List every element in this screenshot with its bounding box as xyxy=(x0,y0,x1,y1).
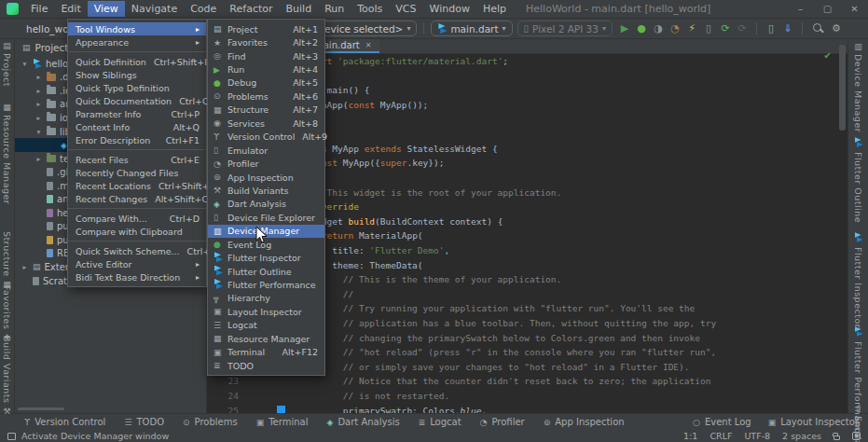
tool-windows-item-app-inspection[interactable]: ⊚App Inspection xyxy=(208,171,324,184)
tool-stripe-project[interactable]: ▤Project xyxy=(0,41,14,87)
toolwindow-button-event-log[interactable]: ○Event Log xyxy=(693,417,751,427)
hot-restart-button[interactable]: ⟳ xyxy=(735,20,750,38)
toolwindow-button-layout-inspector[interactable]: ▣Layout Inspector xyxy=(768,417,859,427)
tool-stripe-resource-manager[interactable]: ▦Resource Manager xyxy=(0,103,14,204)
view-menu-item-quick-documentation[interactable]: Quick DocumentationCtrl+Q xyxy=(68,94,206,107)
settings-button[interactable]: ⚙ xyxy=(829,20,844,38)
tool-windows-item-logcat[interactable]: ☰Logcat xyxy=(208,319,324,332)
tool-windows-item-build-variants[interactable]: ⚒Build Variants xyxy=(208,184,324,197)
view-menu-item-quick-switch-scheme[interactable]: Quick Switch Scheme...Ctrl+` xyxy=(68,244,206,257)
tool-windows-item-resource-manager[interactable]: ▦Resource Manager xyxy=(208,332,324,345)
run-button[interactable]: ▶ xyxy=(617,20,632,38)
tool-windows-item-hierarchy[interactable]: ╦Hierarchy xyxy=(208,292,324,305)
close-button[interactable]: ✕ xyxy=(841,0,868,18)
code-line[interactable]: 24 // is not restarted. xyxy=(207,389,847,404)
tool-stripe-favorites[interactable]: Favorites★ xyxy=(0,285,14,341)
tool-windows-item-layout-inspector[interactable]: ▣Layout Inspector xyxy=(208,305,324,318)
menubar-run[interactable]: Run xyxy=(318,1,351,17)
tool-windows-item-flutter-outline[interactable]: Flutter Outline xyxy=(208,265,324,278)
view-menu-item-tool-windows[interactable]: Tool Windows▸ xyxy=(68,22,206,35)
toolwindow-button-version-control[interactable]: ϒVersion Control xyxy=(24,417,105,427)
minimize-button[interactable]: – xyxy=(787,0,814,18)
horizontal-scrollbar[interactable] xyxy=(18,407,64,410)
tool-windows-item-terminal[interactable]: ▣TerminalAlt+F12 xyxy=(208,346,324,359)
menubar-code[interactable]: Code xyxy=(184,1,223,17)
view-menu-item-quick-type-definition[interactable]: Quick Type Definition xyxy=(68,81,206,94)
maximize-button[interactable]: ▢ xyxy=(814,0,841,18)
menubar-edit[interactable]: Edit xyxy=(54,1,87,17)
lock-icon[interactable] xyxy=(834,435,840,440)
menubar-window[interactable]: Window xyxy=(423,1,476,17)
tool-windows-item-favorites[interactable]: ★FavoritesAlt+2 xyxy=(208,35,324,48)
tool-windows-item-device-file-explorer[interactable]: ▯Device File Explorer xyxy=(208,211,324,224)
toolwindow-button-problems[interactable]: ⊙Problems xyxy=(183,417,238,427)
tool-stripe-build-variants[interactable]: Build Variants⚒ xyxy=(0,336,14,416)
profile-button[interactable]: ◑ xyxy=(651,20,666,38)
view-menu-item-context-info[interactable]: Context InfoAlt+Q xyxy=(68,120,206,133)
menubar-tools[interactable]: Tools xyxy=(351,1,389,17)
view-menu-item-parameter-info[interactable]: Parameter InfoCtrl+P xyxy=(68,107,206,120)
hot-reload-button[interactable]: ⟳ xyxy=(718,20,733,38)
tool-windows-item-version-control[interactable]: ϒVersion ControlAlt+9 xyxy=(208,131,324,144)
tool-windows-item-profiler[interactable]: ◔Profiler xyxy=(208,157,324,170)
tool-stripe-flutter-inspector[interactable]: Flutter Inspector xyxy=(848,232,868,328)
tool-windows-item-run[interactable]: ▶RunAlt+4 xyxy=(208,62,324,76)
view-menu-item-recent-files[interactable]: Recent FilesCtrl+E xyxy=(68,153,206,166)
code-line[interactable]: 25 primarySwatch: Colors.blue, xyxy=(207,403,847,413)
view-menu-item-recent-changes[interactable]: Recent ChangesAlt+Shift+C xyxy=(68,192,206,205)
tool-windows-item-structure[interactable]: ▦StructureAlt+7 xyxy=(208,104,324,117)
toolwindow-button-logcat[interactable]: ≣Logcat xyxy=(419,417,462,427)
attach-debugger-button[interactable]: ▯ xyxy=(701,20,716,38)
view-menu-item-recently-changed-files[interactable]: Recently Changed Files xyxy=(68,166,206,179)
view-menu-item-quick-definition[interactable]: Quick DefinitionCtrl+Shift+I xyxy=(68,55,206,68)
view-menu-item-error-description[interactable]: Error DescriptionCtrl+F1 xyxy=(68,133,206,146)
menubar-navigate[interactable]: Navigate xyxy=(125,1,184,17)
target-device-dropdown[interactable]: ▯ Pixel 2 API 33 ▾ xyxy=(517,21,613,36)
sdk-manager-button[interactable]: ⇓ xyxy=(780,20,795,38)
tool-windows-item-problems[interactable]: ⊙ProblemsAlt+6 xyxy=(208,90,324,103)
debug-button[interactable]: ● xyxy=(634,20,649,38)
tool-windows-item-dart-analysis[interactable]: ◈Dart Analysis xyxy=(208,198,324,211)
notifications-icon[interactable] xyxy=(852,432,861,440)
tool-windows-item-emulator[interactable]: ▯Emulator xyxy=(208,144,324,157)
tool-windows-item-find[interactable]: ◎FindAlt+3 xyxy=(208,49,324,62)
line-ending[interactable]: CRLF xyxy=(710,431,732,441)
view-menu-item-compare-with[interactable]: Compare With...Ctrl+D xyxy=(68,212,206,225)
search-everywhere-button[interactable] xyxy=(809,20,824,38)
view-menu-item-bidi-text-base-direction[interactable]: Bidi Text Base Direction▸ xyxy=(68,270,206,283)
toolwindow-button-app-inspection[interactable]: ⊚App Inspection xyxy=(544,417,625,427)
tool-windows-item-project[interactable]: ▤ProjectAlt+1 xyxy=(208,22,324,35)
view-menu-item-appearance[interactable]: Appearance▸ xyxy=(68,35,206,48)
view-menu-item-recent-locations[interactable]: Recent LocationsCtrl+Shift+E xyxy=(68,179,206,192)
view-menu-item-compare-with-clipboard[interactable]: Compare with Clipboard xyxy=(68,225,206,238)
run-config-dropdown[interactable]: main.dart ▾ xyxy=(431,21,512,36)
indent-setting[interactable]: 2 spaces xyxy=(782,431,821,441)
menubar-file[interactable]: File xyxy=(24,1,54,17)
apply-changes-button[interactable]: ⚡ xyxy=(684,20,699,38)
tool-windows-item-flutter-inspector[interactable]: Flutter Inspector xyxy=(208,251,324,264)
view-menu-item-active-editor[interactable]: Active Editor▸ xyxy=(68,257,206,270)
toolwindow-button-dart-analysis[interactable]: ◈Dart Analysis xyxy=(326,417,399,427)
toolwindow-button-todo[interactable]: ☰TODO xyxy=(124,417,164,427)
close-icon[interactable]: ✕ xyxy=(365,41,372,49)
tool-windows-item-todo[interactable]: ≣TODO xyxy=(208,359,324,372)
menubar-view[interactable]: View xyxy=(88,1,125,17)
view-menu-item-show-siblings[interactable]: Show Siblings xyxy=(68,68,206,81)
code-line[interactable]: 23 // Notice that the counter didn't res… xyxy=(207,374,847,389)
tool-stripe-structure[interactable]: Structure▦ xyxy=(0,231,14,289)
editor-scrollbar[interactable] xyxy=(839,45,846,131)
menubar-build[interactable]: Build xyxy=(280,1,319,17)
caret-position[interactable]: 1:1 xyxy=(683,431,697,441)
menubar-vcs[interactable]: VCS xyxy=(389,1,422,17)
tool-windows-item-debug[interactable]: ●DebugAlt+5 xyxy=(208,76,324,90)
tool-stripe-flutter-outline[interactable]: Flutter Outline xyxy=(848,137,868,223)
device-manager-button[interactable]: ▯ xyxy=(764,20,778,38)
menubar-help[interactable]: Help xyxy=(476,1,513,17)
tool-windows-item-services[interactable]: ◉ServicesAlt+8 xyxy=(208,117,324,130)
tool-stripe-device-manager[interactable]: ▥Device Manager xyxy=(848,42,868,132)
menubar-refactor[interactable]: Refactor xyxy=(223,1,279,17)
tool-windows-item-flutter-performance[interactable]: Flutter Performance xyxy=(208,278,324,291)
toolwindow-button-terminal[interactable]: ▣Terminal xyxy=(256,417,309,427)
toolwindow-button-profiler[interactable]: ◔Profiler xyxy=(480,417,525,427)
profiler-button[interactable]: ◔ xyxy=(668,20,682,38)
